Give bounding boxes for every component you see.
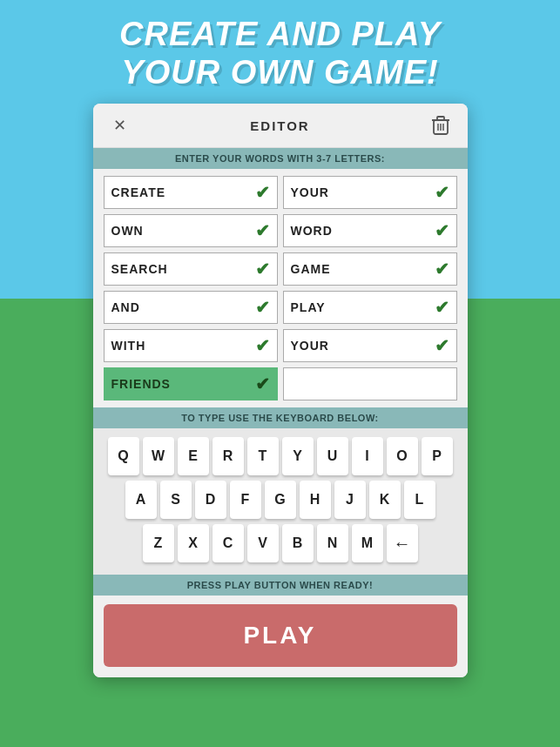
play-instruction-bar: PRESS PLAY BUTTON WHEN READY! bbox=[93, 575, 468, 596]
word-cell[interactable]: YOUR✔ bbox=[283, 329, 457, 362]
play-button-container: PLAY bbox=[93, 596, 468, 677]
words-grid: CREATE✔YOUR✔OWN✔WORD✔SEARCH✔GAME✔AND✔PLA… bbox=[93, 169, 468, 407]
editor-title: EDITOR bbox=[250, 118, 309, 133]
word-cell[interactable]: WITH✔ bbox=[104, 329, 278, 362]
word-cell-text: YOUR bbox=[291, 185, 431, 199]
word-cell[interactable]: SEARCH✔ bbox=[104, 252, 278, 286]
svg-rect-2 bbox=[437, 117, 444, 120]
word-cell-text: WITH bbox=[111, 339, 252, 353]
word-cell-text: PLAY bbox=[291, 300, 431, 314]
keyboard-row-3: ZXCVBNM← bbox=[100, 524, 461, 562]
word-cell[interactable]: OWN✔ bbox=[104, 214, 278, 247]
keyboard-section: QWERTYUIOP ASDFGHJKL ZXCVBNM← bbox=[93, 428, 468, 575]
key-H[interactable]: H bbox=[300, 481, 331, 519]
word-cell-text: AND bbox=[111, 300, 252, 314]
key-M[interactable]: M bbox=[352, 524, 383, 562]
word-cell[interactable]: WORD✔ bbox=[283, 214, 457, 247]
word-cell[interactable]: YOUR✔ bbox=[283, 176, 457, 209]
key-Q[interactable]: Q bbox=[108, 437, 139, 475]
checkmark-icon: ✔ bbox=[255, 259, 270, 279]
delete-button[interactable] bbox=[428, 112, 454, 138]
words-instruction-bar: ENTER YOUR WORDS WITH 3-7 LETTERS: bbox=[93, 148, 468, 169]
word-cell[interactable]: CREATE✔ bbox=[104, 176, 278, 209]
key-J[interactable]: J bbox=[334, 481, 366, 519]
checkmark-icon: ✔ bbox=[255, 335, 270, 356]
checkmark-icon: ✔ bbox=[255, 374, 270, 394]
word-cell-text: YOUR bbox=[291, 339, 431, 353]
key-Z[interactable]: Z bbox=[143, 524, 174, 562]
checkmark-icon: ✔ bbox=[435, 182, 449, 203]
key-K[interactable]: K bbox=[369, 481, 401, 519]
play-button[interactable]: PLAY bbox=[104, 604, 457, 667]
key-E[interactable]: E bbox=[178, 437, 209, 475]
page-title: CREATE AND PLAY YOUR OWN GAME! bbox=[119, 16, 441, 91]
key-Y[interactable]: Y bbox=[282, 437, 314, 475]
key-A[interactable]: A bbox=[125, 481, 157, 519]
key-G[interactable]: G bbox=[265, 481, 296, 519]
key-V[interactable]: V bbox=[247, 524, 279, 562]
checkmark-icon: ✔ bbox=[435, 220, 449, 241]
key-T[interactable]: T bbox=[247, 437, 279, 475]
word-cell[interactable]: FRIENDS✔ bbox=[104, 367, 278, 400]
key-D[interactable]: D bbox=[195, 481, 226, 519]
key-R[interactable]: R bbox=[213, 437, 244, 475]
checkmark-icon: ✔ bbox=[435, 259, 449, 279]
key-C[interactable]: C bbox=[213, 524, 244, 562]
key-N[interactable]: N bbox=[317, 524, 348, 562]
close-button[interactable]: ✕ bbox=[107, 112, 133, 138]
key-O[interactable]: O bbox=[387, 437, 418, 475]
key-X[interactable]: X bbox=[178, 524, 209, 562]
word-cell-text: FRIENDS bbox=[111, 377, 252, 391]
editor-header: ✕ EDITOR bbox=[93, 104, 468, 148]
word-cell-text: OWN bbox=[111, 224, 252, 238]
keyboard-row-2: ASDFGHJKL bbox=[100, 481, 461, 519]
word-cell[interactable]: GAME✔ bbox=[283, 252, 457, 286]
word-cell-text: SEARCH bbox=[111, 262, 252, 276]
word-cell-text: WORD bbox=[291, 224, 431, 238]
keyboard-instruction-bar: TO TYPE USE THE KEYBOARD BELOW: bbox=[93, 407, 468, 428]
checkmark-icon: ✔ bbox=[255, 182, 270, 203]
key-W[interactable]: W bbox=[143, 437, 174, 475]
checkmark-icon: ✔ bbox=[435, 297, 449, 318]
editor-panel: ✕ EDITOR ENTER YOUR WORDS WITH 3-7 LETTE… bbox=[93, 104, 468, 677]
play-section: PRESS PLAY BUTTON WHEN READY! bbox=[93, 575, 468, 596]
key-L[interactable]: L bbox=[404, 481, 435, 519]
trash-icon bbox=[431, 115, 450, 136]
key-S[interactable]: S bbox=[160, 481, 192, 519]
word-cell-text: GAME bbox=[291, 262, 431, 276]
backspace-key[interactable]: ← bbox=[387, 524, 418, 562]
key-U[interactable]: U bbox=[317, 437, 348, 475]
word-cell[interactable]: AND✔ bbox=[104, 291, 278, 324]
checkmark-icon: ✔ bbox=[255, 220, 270, 241]
keyboard-row-1: QWERTYUIOP bbox=[100, 437, 461, 475]
word-cell[interactable] bbox=[283, 367, 457, 400]
key-F[interactable]: F bbox=[230, 481, 261, 519]
checkmark-icon: ✔ bbox=[435, 335, 449, 356]
key-I[interactable]: I bbox=[352, 437, 383, 475]
key-P[interactable]: P bbox=[422, 437, 453, 475]
checkmark-icon: ✔ bbox=[255, 297, 270, 318]
word-cell[interactable]: PLAY✔ bbox=[283, 291, 457, 324]
key-B[interactable]: B bbox=[282, 524, 314, 562]
word-cell-text: CREATE bbox=[111, 185, 252, 199]
